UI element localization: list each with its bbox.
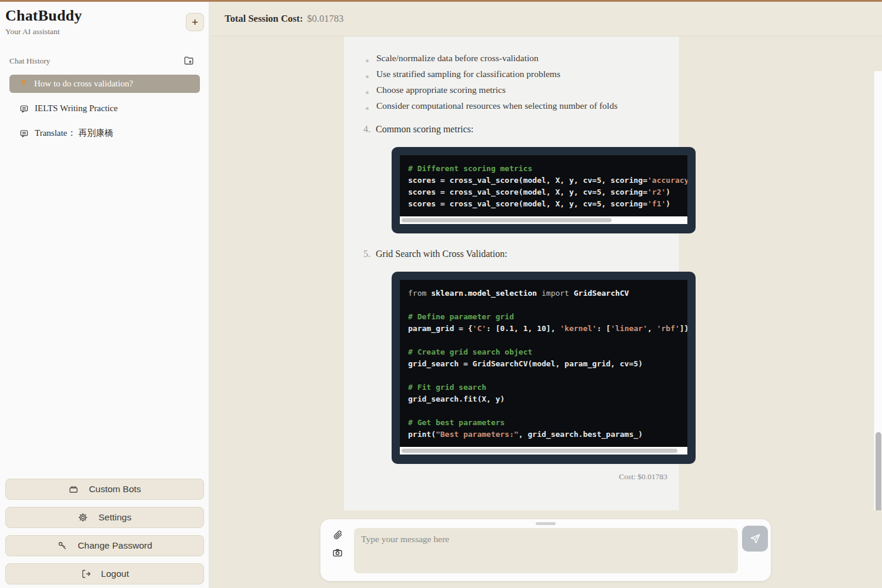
item-text: Grid Search with Cross Validation:: [376, 249, 507, 259]
gear-icon: [78, 512, 88, 523]
vertical-scrollbar[interactable]: [874, 71, 882, 510]
brick-icon: [68, 484, 79, 495]
button-label: Change Password: [78, 540, 152, 551]
numbered-item-4: 4. Common scoring metrics:: [376, 124, 667, 140]
button-label: Settings: [98, 512, 131, 523]
bullet-text: Scale/normalize data before cross-valida…: [376, 53, 539, 64]
code-content: # Different scoring metricsscores = cros…: [400, 155, 687, 216]
item-number: 5.: [363, 249, 376, 259]
list-item: Scale/normalize data before cross-valida…: [376, 53, 667, 69]
bullet-list: Scale/normalize data before cross-valida…: [376, 53, 667, 116]
code-horizontal-scrollbar[interactable]: [400, 447, 687, 455]
bullet-text: Use stratified sampling for classificati…: [376, 69, 560, 79]
settings-button[interactable]: Settings: [5, 507, 204, 528]
message-composer: [320, 519, 771, 581]
chat-history-header: Chat History: [9, 55, 195, 66]
item-number: 4.: [363, 124, 376, 135]
session-cost-bar: Total Session Cost: $0.01783: [210, 2, 882, 36]
chat-item-label: How to do cross validation?: [34, 79, 133, 89]
app-subtitle: Your AI assistant: [5, 27, 82, 36]
session-cost-value: $0.01783: [307, 13, 343, 25]
new-chat-button[interactable]: +: [186, 13, 204, 31]
chat-history-list: How to do cross validation? IELTS Writin…: [9, 75, 200, 149]
code-block-grid-search: from sklearn.model_selection import Grid…: [392, 272, 696, 464]
list-item: Consider computational resources when se…: [376, 101, 667, 116]
logout-icon: [81, 569, 91, 579]
bullet-icon: [366, 59, 369, 62]
sidebar: ChatBuddy Your AI assistant + Chat Histo…: [0, 2, 209, 588]
pin-icon: [19, 79, 28, 88]
send-button[interactable]: [742, 526, 768, 552]
resize-handle[interactable]: [536, 522, 556, 525]
app-title: ChatBuddy: [5, 7, 82, 25]
assistant-message: Scale/normalize data before cross-valida…: [343, 36, 680, 510]
chat-history-label: Chat History: [9, 56, 50, 66]
brand-top-stripe: [0, 0, 882, 2]
bullet-text: Choose appropriate scoring metrics: [376, 85, 506, 95]
folder-down-icon[interactable]: [183, 55, 195, 66]
code-content: from sklearn.model_selection import Grid…: [400, 280, 687, 447]
logout-button[interactable]: Logout: [5, 563, 204, 584]
key-icon: [57, 540, 68, 551]
session-cost-label: Total Session Cost:: [225, 13, 303, 25]
message-cost: Cost: $0.01783: [376, 472, 667, 482]
bullet-icon: [366, 91, 369, 94]
button-label: Logout: [101, 569, 129, 579]
attachment-tools: [332, 530, 343, 558]
scrollbar-thumb[interactable]: [876, 432, 881, 510]
custom-bots-button[interactable]: Custom Bots: [5, 479, 204, 500]
bullet-text: Consider computational resources when se…: [376, 101, 617, 111]
chat-item-translate[interactable]: Translate： 再別康橋: [9, 124, 200, 142]
scrollbar-thumb[interactable]: [402, 449, 677, 453]
code-block-scoring-metrics: # Different scoring metricsscores = cros…: [392, 147, 696, 233]
chat-bubble-icon: [19, 129, 29, 138]
change-password-button[interactable]: Change Password: [5, 535, 204, 556]
chat-item-label: IELTS Writing Practice: [35, 103, 118, 113]
chat-item-cross-validation[interactable]: How to do cross validation?: [9, 75, 200, 93]
camera-icon[interactable]: [332, 547, 343, 558]
code-horizontal-scrollbar[interactable]: [400, 216, 687, 224]
chat-scroll-region[interactable]: Scale/normalize data before cross-valida…: [210, 36, 882, 510]
main-area: Total Session Cost: $0.01783 Scale/norma…: [210, 2, 882, 588]
chat-bubble-icon: [19, 104, 29, 113]
send-icon: [749, 533, 761, 544]
plus-icon: +: [192, 16, 198, 29]
chat-item-label: Translate： 再別康橋: [35, 128, 113, 139]
paperclip-icon[interactable]: [332, 530, 343, 540]
item-text: Common scoring metrics:: [376, 124, 473, 135]
list-item: Use stratified sampling for classificati…: [376, 69, 667, 85]
message-input[interactable]: [354, 528, 738, 573]
bullet-icon: [366, 107, 369, 110]
sidebar-actions: Custom Bots Settings Change Password: [5, 479, 204, 588]
app-brand: ChatBuddy Your AI assistant: [5, 7, 82, 36]
list-item: Choose appropriate scoring metrics: [376, 85, 667, 101]
numbered-item-5: 5. Grid Search with Cross Validation:: [376, 249, 667, 265]
chat-item-ielts[interactable]: IELTS Writing Practice: [9, 99, 200, 118]
scrollbar-thumb[interactable]: [402, 218, 612, 222]
button-label: Custom Bots: [89, 484, 141, 495]
bullet-icon: [366, 75, 369, 78]
